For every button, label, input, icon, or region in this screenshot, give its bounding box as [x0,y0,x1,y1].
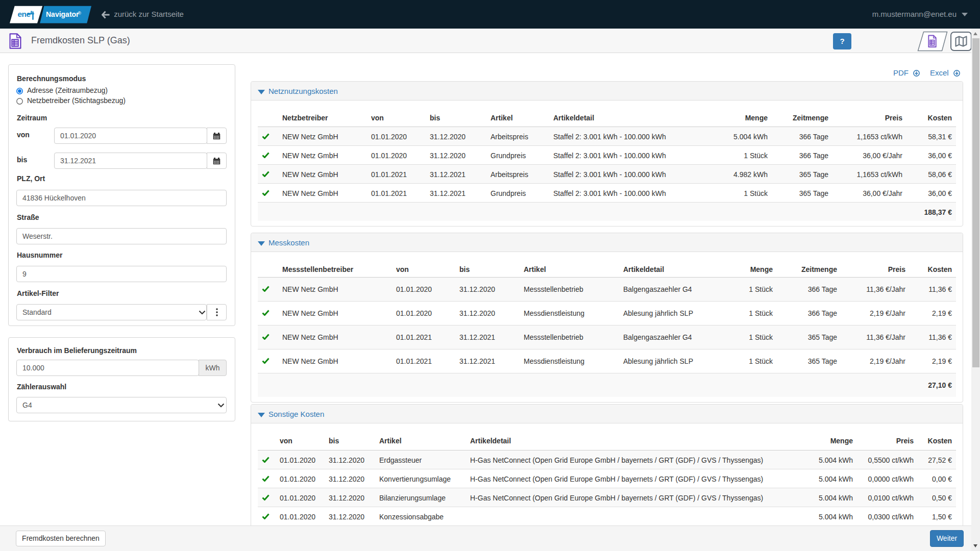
svg-text:Navigator: Navigator [46,10,79,18]
svg-text:®: ® [78,10,81,16]
